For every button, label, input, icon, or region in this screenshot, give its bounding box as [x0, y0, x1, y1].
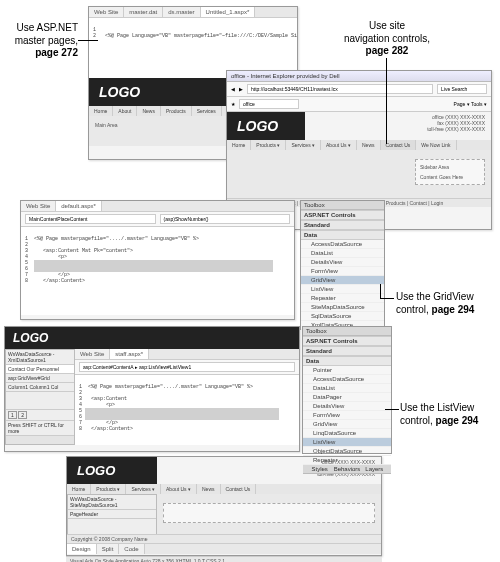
- nav-item[interactable]: Home: [67, 484, 91, 494]
- nav-item[interactable]: Products: [161, 106, 192, 116]
- footer-bar: Copyright © 2008 Company Name: [67, 534, 381, 543]
- nav-item[interactable]: Products ▾: [251, 140, 286, 150]
- toolbox-item[interactable]: Pointer: [303, 366, 391, 375]
- toolbox-item-listview[interactable]: ListView: [303, 438, 391, 447]
- tab[interactable]: master.dat: [124, 7, 163, 17]
- callout-page: page 294: [432, 304, 475, 315]
- editor-tabs: Web Site master.dat ds.master Untitled_1…: [89, 7, 297, 18]
- page-body: Sidebar Area Content Goes Here: [227, 150, 491, 198]
- ie-toolbar-text[interactable]: Page ▾ Tools ▾: [454, 101, 487, 107]
- content-placeholder[interactable]: [157, 494, 381, 534]
- nav-item[interactable]: About: [113, 106, 137, 116]
- page-btn[interactable]: 2: [18, 411, 27, 419]
- toolbox-item[interactable]: ObjectDataSource: [303, 447, 391, 456]
- sidebar-box: Sidebar Area Content Goes Here: [415, 159, 485, 185]
- nav-item[interactable]: About Us ▾: [161, 484, 197, 494]
- content-box: [163, 503, 375, 523]
- toolbox-item[interactable]: GridView: [303, 420, 391, 429]
- browser-tab[interactable]: office: [239, 99, 299, 109]
- toolbox-item[interactable]: SiteMapDataSource: [301, 303, 384, 312]
- site-nav-row: Home Products ▾ Services ▾ About Us ▾ Ne…: [227, 140, 491, 150]
- nav-item[interactable]: About Us ▾: [321, 140, 357, 150]
- url-field[interactable]: http://localhost:53449/CH11/navtest.lcx: [247, 84, 433, 94]
- favorites-icon[interactable]: ★: [231, 101, 235, 107]
- nav-item[interactable]: Services ▾: [286, 140, 321, 150]
- phone-block: office (XXX) XXX-XXXX fax (XXX) XXX-XXXX…: [305, 112, 491, 140]
- nav-item[interactable]: News: [357, 140, 381, 150]
- pageheader-label: PageHeader: [68, 510, 156, 519]
- tab-active[interactable]: staff.aspx*: [110, 349, 149, 359]
- nav-item[interactable]: News: [137, 106, 161, 116]
- hint-label: Press SHIFT or CTRL for more: [6, 421, 74, 436]
- tab-active[interactable]: Untitled_1.aspx*: [201, 7, 256, 17]
- tab-active[interactable]: default.aspx*: [56, 201, 102, 211]
- toolbox-item[interactable]: SqlDataSource: [301, 312, 384, 321]
- callout-text: navigation controls,: [344, 33, 430, 44]
- code-editor[interactable]: 1 <%@ Page masterpagefile="..../.master"…: [21, 227, 294, 315]
- toolbox-group[interactable]: ASP.NET Controls: [303, 336, 391, 346]
- search-field[interactable]: Live Search: [437, 84, 487, 94]
- logo-bar: LOGO: [5, 327, 299, 349]
- callout-page: page 282: [366, 45, 409, 56]
- contact-label: Contact Our Personnel: [6, 365, 74, 374]
- toolbox-group[interactable]: Standard: [301, 220, 384, 230]
- toolbox-group[interactable]: Data: [303, 356, 391, 366]
- forward-icon[interactable]: ▶: [239, 86, 243, 92]
- footer-copyright: Copyright © 2008 Company Name: [71, 536, 148, 542]
- back-icon[interactable]: ◀: [231, 86, 235, 92]
- toolbox-item[interactable]: DataPager: [303, 393, 391, 402]
- toolbox-item-gridview[interactable]: GridView: [301, 276, 384, 285]
- editor-tabs: Web Site staff.aspx*: [75, 349, 299, 360]
- toolbox-item[interactable]: AccessDataSource: [301, 240, 384, 249]
- tab[interactable]: Web Site: [89, 7, 124, 17]
- tab[interactable]: Layers: [361, 466, 388, 472]
- toolbox-item[interactable]: DataList: [301, 249, 384, 258]
- tab-design[interactable]: Design: [67, 544, 97, 554]
- design-side-panel: WsWasDataSource - SiteMapDataSource1 Pag…: [67, 494, 157, 534]
- toolbox-item[interactable]: AccessDataSource: [303, 375, 391, 384]
- element-breadcrumb[interactable]: asp:Content#ContentA ▸ asp:ListView#List…: [79, 362, 295, 372]
- toolbox-item[interactable]: ListView: [301, 285, 384, 294]
- datasource-label: WsWasDataSource - SiteMapDataSource1: [68, 495, 156, 510]
- toolbox-item[interactable]: DetailsView: [301, 258, 384, 267]
- callout-text: master pages,: [15, 35, 78, 46]
- nav-item[interactable]: Products ▾: [91, 484, 126, 494]
- tab-split[interactable]: Split: [97, 544, 120, 554]
- code-editor[interactable]: 1 <%@ Page masterpagefile="..../.master"…: [75, 375, 299, 445]
- toolbox-item[interactable]: FormView: [303, 411, 391, 420]
- nav-item[interactable]: Contact Us: [221, 484, 257, 494]
- callout-gridview: Use the GridView control, page 294: [396, 291, 496, 316]
- callout-page: page 294: [436, 415, 479, 426]
- toolbox-item[interactable]: DataList: [303, 384, 391, 393]
- datasource-label: WsWasDataSource - XmlDataSource1: [6, 350, 74, 365]
- element-dropdown[interactable]: MainContentPlaceContent: [25, 214, 156, 224]
- callout-text: Use ASP.NET: [16, 22, 78, 33]
- toolbox-item[interactable]: LinqDataSource: [303, 429, 391, 438]
- design-side-panel: WsWasDataSource - XmlDataSource1 Contact…: [5, 349, 75, 445]
- nav-item[interactable]: Services ▾: [126, 484, 161, 494]
- toolbox-group[interactable]: Standard: [303, 346, 391, 356]
- nav-item[interactable]: Home: [227, 140, 251, 150]
- nav-item[interactable]: We Now Link: [416, 140, 456, 150]
- tab[interactable]: Styles: [306, 466, 333, 472]
- tab[interactable]: ds.master: [163, 7, 200, 17]
- tab[interactable]: Web Site: [21, 201, 56, 211]
- page-btn[interactable]: 1: [8, 411, 17, 419]
- toolbox-group[interactable]: Data: [301, 230, 384, 240]
- tab[interactable]: Behaviors: [333, 466, 360, 472]
- tab-code[interactable]: Code: [119, 544, 144, 554]
- code-editor[interactable]: 1 2 <%@ Page Language="VB" masterpagefil…: [89, 18, 297, 78]
- editor-tabs: Web Site default.aspx*: [21, 201, 294, 212]
- toolbox-item[interactable]: FormView: [301, 267, 384, 276]
- callout-text: Use the GridView: [396, 291, 474, 302]
- nav-item[interactable]: Home: [89, 106, 113, 116]
- toolbox-item[interactable]: DetailsView: [303, 402, 391, 411]
- toolbox-item[interactable]: Repeater: [301, 294, 384, 303]
- ie-address-bar: ◀ ▶ http://localhost:53449/CH11/navtest.…: [227, 82, 491, 97]
- toolbox-item[interactable]: Repeater: [303, 456, 391, 465]
- event-dropdown[interactable]: (asp)ShowNumber(): [160, 214, 291, 224]
- toolbox-group[interactable]: ASP.NET Controls: [301, 210, 384, 220]
- nav-item[interactable]: Services: [192, 106, 222, 116]
- tab[interactable]: Web Site: [75, 349, 110, 359]
- nav-item[interactable]: News: [197, 484, 221, 494]
